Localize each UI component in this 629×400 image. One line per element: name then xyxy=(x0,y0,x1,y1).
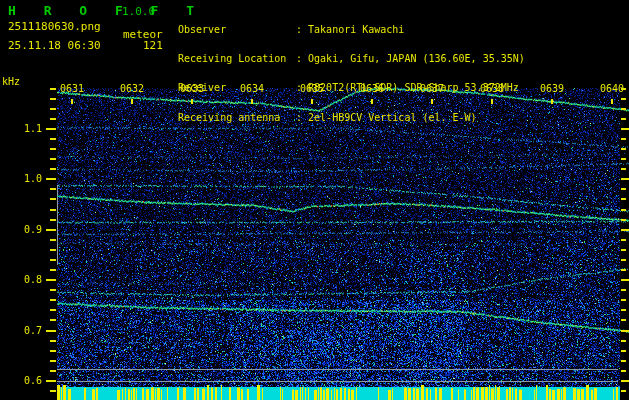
freq-label-0.9: 0.9 xyxy=(4,224,42,235)
info-receiver: Receiver: R820T2(RTL-SDR) SDR-Sharp 53.3… xyxy=(178,83,525,93)
app-title: H R O F F T xyxy=(8,3,204,18)
time-label-0631: 0631 xyxy=(59,83,85,94)
info-observer: Observer: Takanori Kawachi xyxy=(178,25,525,35)
time-label-0639: 0639 xyxy=(539,83,565,94)
freq-label-0.7: 0.7 xyxy=(4,325,42,336)
time-label-0632: 0632 xyxy=(119,83,145,94)
time-label-0636: 0636 xyxy=(359,83,385,94)
freq-label-0.8: 0.8 xyxy=(4,274,42,285)
time-label-0640: 0640 xyxy=(599,83,625,94)
info-location: Receiving Location: Ogaki, Gifu, JAPAN (… xyxy=(178,54,525,64)
echo-count: 121 xyxy=(143,39,163,52)
freq-label-0.6: 0.6 xyxy=(4,375,42,386)
time-label-0634: 0634 xyxy=(239,83,265,94)
station-info: Observer: Takanori Kawachi Receiving Loc… xyxy=(178,5,525,142)
freq-unit-label: kHz xyxy=(2,76,20,87)
time-label-0635: 0635 xyxy=(299,83,325,94)
time-label-0638: 0638 xyxy=(479,83,505,94)
hrofft-window: H R O F F T 1.0.0 2511180630.png meteor … xyxy=(0,0,629,400)
output-filename: 2511180630.png xyxy=(8,20,101,33)
info-antenna: Receiving antenna: 2el-HB9CV Vertical (e… xyxy=(178,113,525,123)
freq-label-1.1: 1.1 xyxy=(4,123,42,134)
time-label-0637: 0637 xyxy=(419,83,445,94)
datetime-label: 25.11.18 06:30 xyxy=(8,39,101,52)
time-label-0633: 0633 xyxy=(179,83,205,94)
freq-label-1.0: 1.0 xyxy=(4,173,42,184)
app-version: 1.0.0 xyxy=(122,5,155,18)
